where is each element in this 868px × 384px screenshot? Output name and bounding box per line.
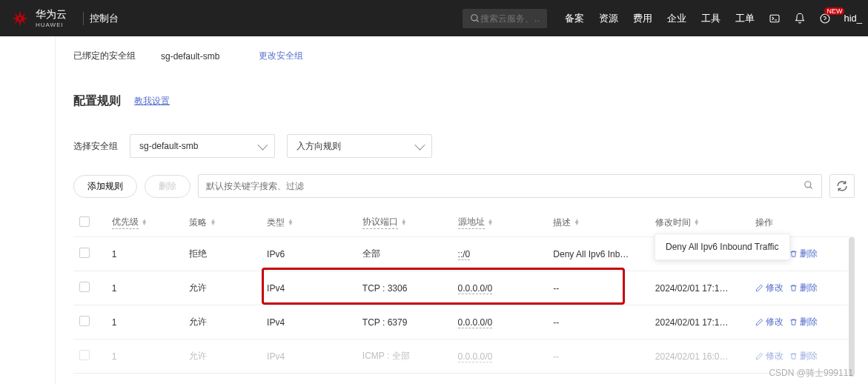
left-sidebar	[0, 36, 56, 384]
console-link[interactable]: 控制台	[90, 12, 119, 25]
delete-link[interactable]: 删除	[789, 248, 818, 260]
cell-type: IPv4	[261, 305, 357, 340]
table-row: 1允许IPv4TCP : 63790.0.0.0/0--2024/02/01 1…	[73, 305, 855, 340]
nav-ticket[interactable]: 工单	[728, 12, 762, 25]
sort-icon[interactable]: ▲▼	[401, 219, 407, 225]
select-sg-label: 选择安全组	[73, 140, 118, 153]
row-checkbox[interactable]	[79, 248, 90, 258]
cell-policy: 允许	[183, 271, 261, 305]
direction-select-value: 入方向规则	[296, 140, 341, 153]
nav-resource[interactable]: 资源	[592, 12, 626, 25]
cell-description: --	[547, 271, 649, 305]
row-checkbox[interactable]	[79, 350, 90, 360]
huawei-logo-icon	[10, 9, 30, 28]
new-badge: NEW	[824, 7, 844, 15]
header-divider	[83, 12, 84, 25]
bell-icon[interactable]	[793, 12, 806, 25]
sg-select-value: sg-default-smb	[139, 141, 198, 151]
help-link[interactable]: 教我设置	[134, 95, 170, 107]
cell-modified: 2024/02/01 17:1…	[649, 271, 749, 305]
cell-description: Deny All Ipv6 Inb…	[547, 237, 649, 271]
top-header: 华为云 HUAWEI 控制台 备案 资源 费用 企业 工具 工单 NEW hid…	[0, 0, 868, 36]
help-icon[interactable]: NEW	[818, 12, 832, 25]
col-description[interactable]: 描述	[553, 216, 571, 229]
col-priority[interactable]: 优先级	[112, 216, 139, 229]
table-row: 1允许IPv4TCP : 33060.0.0.0/0--2024/02/01 1…	[73, 271, 855, 305]
add-rule-button[interactable]: 添加规则	[73, 175, 137, 198]
cell-protocol: 全部	[357, 237, 452, 271]
select-all-checkbox[interactable]	[79, 216, 90, 227]
filter-box[interactable]	[198, 174, 822, 198]
col-modified[interactable]: 修改时间	[655, 216, 691, 229]
delete-link[interactable]: 删除	[789, 316, 818, 328]
svg-line-1	[477, 19, 479, 21]
nav-cost[interactable]: 费用	[626, 12, 660, 25]
scrollbar[interactable]	[849, 237, 855, 377]
svg-point-4	[805, 181, 811, 187]
brand-subtext: HUAWEI	[36, 21, 67, 28]
bound-sg-label: 已绑定的安全组	[73, 50, 161, 62]
edit-link[interactable]: 修改	[755, 282, 783, 294]
refresh-icon	[836, 180, 848, 192]
header-search[interactable]	[463, 9, 547, 28]
cell-protocol: TCP : 6379	[357, 305, 452, 340]
cell-description: --	[547, 305, 649, 340]
svg-line-5	[810, 186, 812, 188]
sort-icon[interactable]: ▲▼	[288, 219, 294, 225]
main-content: 已绑定的安全组 sg-default-smb 更改安全组 配置规则 教我设置 选…	[56, 36, 868, 384]
cell-priority: 1	[106, 271, 184, 305]
cell-actions: 修改 删除	[749, 271, 855, 305]
cell-priority: 1	[106, 340, 184, 374]
shell-icon[interactable]	[768, 12, 781, 25]
cell-source: ::/0	[452, 237, 548, 271]
col-source[interactable]: 源地址	[458, 216, 485, 229]
delete-rule-button: 删除	[145, 175, 191, 198]
brand-block[interactable]: 华为云 HUAWEI	[0, 8, 77, 28]
sort-icon[interactable]: ▲▼	[694, 219, 700, 225]
nav-enterprise[interactable]: 企业	[660, 12, 694, 25]
cell-source: 0.0.0.0/0	[452, 271, 548, 305]
cell-description: --	[547, 340, 649, 374]
row-checkbox[interactable]	[79, 316, 90, 326]
description-tooltip: Deny All Ipv6 Inbound Traffic	[655, 234, 790, 260]
col-type[interactable]: 类型	[267, 216, 285, 229]
cell-actions: 修改 删除	[749, 305, 855, 340]
nav-tools[interactable]: 工具	[694, 12, 728, 25]
direction-select[interactable]: 入方向规则	[287, 134, 432, 158]
cell-actions: 修改 删除	[749, 340, 855, 374]
sort-icon[interactable]: ▲▼	[142, 219, 148, 225]
delete-link[interactable]: 删除	[789, 282, 818, 294]
col-protocol[interactable]: 协议端口	[362, 216, 398, 229]
edit-link[interactable]: 修改	[755, 350, 783, 363]
edit-link[interactable]: 修改	[755, 316, 783, 328]
row-checkbox[interactable]	[79, 282, 90, 292]
cell-type: IPv4	[261, 340, 357, 374]
chevron-down-icon	[257, 140, 268, 150]
cell-source: 0.0.0.0/0	[452, 340, 548, 374]
cell-priority: 1	[106, 305, 184, 340]
cell-priority: 1	[106, 237, 184, 271]
refresh-button[interactable]	[829, 174, 855, 198]
bound-sg-value: sg-default-smb	[161, 51, 259, 62]
change-sg-link[interactable]: 更改安全组	[259, 50, 303, 62]
cell-policy: 允许	[183, 305, 261, 340]
sort-icon[interactable]: ▲▼	[210, 219, 216, 225]
chevron-down-icon	[414, 140, 425, 150]
svg-rect-2	[770, 15, 779, 21]
cell-type: IPv6	[261, 237, 357, 271]
cell-policy: 允许	[183, 340, 261, 374]
table-row: 1允许IPv4ICMP : 全部0.0.0.0/0--2024/02/01 16…	[73, 340, 855, 374]
filter-input[interactable]	[206, 181, 804, 191]
nav-beian[interactable]: 备案	[557, 12, 592, 25]
header-search-input[interactable]	[480, 13, 540, 24]
section-title: 配置规则	[73, 93, 121, 109]
cell-modified: 2024/02/01 17:1…	[649, 305, 749, 340]
search-icon[interactable]	[804, 180, 814, 193]
delete-link[interactable]: 删除	[789, 350, 818, 363]
sort-icon[interactable]: ▲▼	[488, 219, 494, 225]
security-group-select[interactable]: sg-default-smb	[130, 134, 275, 158]
col-policy[interactable]: 策略	[189, 216, 207, 229]
sort-icon[interactable]: ▲▼	[574, 219, 580, 225]
svg-point-0	[471, 14, 477, 20]
cell-modified: 2024/02/01 16:0…	[649, 340, 749, 374]
